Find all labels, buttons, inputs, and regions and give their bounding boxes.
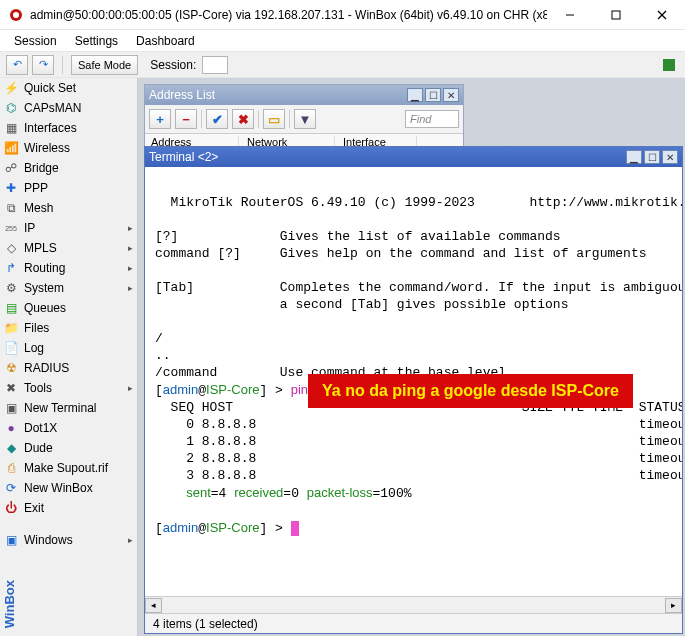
sidebar-item-label: Exit — [24, 501, 44, 515]
wireless-icon: 📶 — [4, 141, 18, 155]
terminal-status-bar: 4 items (1 selected) — [145, 613, 682, 633]
address-list-close-button[interactable]: ✕ — [443, 88, 459, 102]
window-title: admin@50:00:00:05:00:05 (ISP-Core) via 1… — [30, 8, 547, 22]
address-list-title: Address List — [149, 88, 215, 102]
session-combo[interactable] — [202, 56, 228, 74]
address-list-min-button[interactable]: ▁ — [407, 88, 423, 102]
app-icon — [8, 7, 24, 23]
address-list-titlebar[interactable]: Address List ▁ ☐ ✕ — [145, 85, 463, 105]
menubar: Session Settings Dashboard — [0, 30, 685, 52]
terminal-titlebar[interactable]: Terminal <2> ▁ ☐ ✕ — [145, 147, 682, 167]
sidebar-item-label: Interfaces — [24, 121, 77, 135]
main-toolbar: ↶ ↷ Safe Mode Session: — [0, 52, 685, 78]
log-icon: 📄 — [4, 341, 18, 355]
chevron-right-icon: ▸ — [128, 535, 133, 545]
workspace: ⚡Quick Set⌬CAPsMAN▦Interfaces📶Wireless☍B… — [0, 78, 685, 636]
terminal-min-button[interactable]: ▁ — [626, 150, 642, 164]
sidebar-item-label: MPLS — [24, 241, 57, 255]
sidebar-item-mesh[interactable]: ⧉Mesh — [0, 198, 137, 218]
sidebar-item-mpls[interactable]: ◇MPLS▸ — [0, 238, 137, 258]
bridge-icon: ☍ — [4, 161, 18, 175]
sidebar-item-routing[interactable]: ↱Routing▸ — [0, 258, 137, 278]
terminal-close-button[interactable]: ✕ — [662, 150, 678, 164]
sidebar-item-files[interactable]: 📁Files — [0, 318, 137, 338]
sidebar-item-dude[interactable]: ◆Dude — [0, 438, 137, 458]
sidebar-item-label: New WinBox — [24, 481, 93, 495]
sidebar-item-label: Bridge — [24, 161, 59, 175]
annotation-callout: Ya no da ping a google desde ISP-Core — [308, 374, 633, 408]
sidebar-item-make-supout-rif[interactable]: ⎙Make Supout.rif — [0, 458, 137, 478]
sidebar-item-dot1x[interactable]: ●Dot1X — [0, 418, 137, 438]
maximize-button[interactable] — [593, 0, 639, 30]
sidebar-item-label: Files — [24, 321, 49, 335]
quick-set-icon: ⚡ — [4, 81, 18, 95]
comment-button[interactable]: ▭ — [263, 109, 285, 129]
mpls-icon: ◇ — [4, 241, 18, 255]
disable-button[interactable]: ✖ — [232, 109, 254, 129]
sidebar-item-label: PPP — [24, 181, 48, 195]
close-button[interactable] — [639, 0, 685, 30]
filter-button[interactable]: ▼ — [294, 109, 316, 129]
sidebar-item-queues[interactable]: ▤Queues — [0, 298, 137, 318]
address-list-toolbar: + − ✔ ✖ ▭ ▼ Find — [145, 105, 463, 134]
menu-session[interactable]: Session — [6, 32, 65, 50]
chevron-right-icon: ▸ — [128, 383, 133, 393]
sidebar-item-bridge[interactable]: ☍Bridge — [0, 158, 137, 178]
terminal-title: Terminal <2> — [149, 150, 218, 164]
svg-rect-3 — [612, 11, 620, 19]
sidebar-item-radius[interactable]: ☢RADIUS — [0, 358, 137, 378]
make-supout-rif-icon: ⎙ — [4, 461, 18, 475]
sidebar-item-quick-set[interactable]: ⚡Quick Set — [0, 78, 137, 98]
sidebar-item-label: CAPsMAN — [24, 101, 81, 115]
address-list-max-button[interactable]: ☐ — [425, 88, 441, 102]
windows-icon: ▣ — [4, 533, 18, 547]
undo-button[interactable]: ↶ — [6, 55, 28, 75]
radius-icon: ☢ — [4, 361, 18, 375]
add-button[interactable]: + — [149, 109, 171, 129]
sidebar-item-label: IP — [24, 221, 35, 235]
terminal-h-scroll[interactable]: ◂ ▸ — [145, 596, 682, 613]
sidebar-item-label: Tools — [24, 381, 52, 395]
sidebar-item-new-winbox[interactable]: ⟳New WinBox — [0, 478, 137, 498]
remove-button[interactable]: − — [175, 109, 197, 129]
sidebar-item-tools[interactable]: ✖Tools▸ — [0, 378, 137, 398]
sidebar-item-exit[interactable]: ⏻Exit — [0, 498, 137, 518]
terminal-max-button[interactable]: ☐ — [644, 150, 660, 164]
interfaces-icon: ▦ — [4, 121, 18, 135]
redo-icon: ↷ — [39, 58, 48, 71]
capsman-icon: ⌬ — [4, 101, 18, 115]
sidebar-item-windows[interactable]: ▣Windows▸ — [0, 530, 137, 550]
sidebar-item-label: Wireless — [24, 141, 70, 155]
dot1x-icon: ● — [4, 421, 18, 435]
enable-button[interactable]: ✔ — [206, 109, 228, 129]
files-icon: 📁 — [4, 321, 18, 335]
sidebar-item-wireless[interactable]: 📶Wireless — [0, 138, 137, 158]
sidebar-item-capsman[interactable]: ⌬CAPsMAN — [0, 98, 137, 118]
chevron-right-icon: ▸ — [128, 223, 133, 233]
mesh-icon: ⧉ — [4, 201, 18, 215]
sidebar-item-system[interactable]: ⚙System▸ — [0, 278, 137, 298]
find-input[interactable]: Find — [405, 110, 459, 128]
ppp-icon: ✚ — [4, 181, 18, 195]
address-list-window: Address List ▁ ☐ ✕ + − ✔ ✖ ▭ ▼ Find Addr… — [144, 84, 464, 152]
ip-icon: 255 — [4, 221, 18, 235]
scroll-left-button[interactable]: ◂ — [145, 598, 162, 613]
sidebar-item-label: System — [24, 281, 64, 295]
sidebar-item-interfaces[interactable]: ▦Interfaces — [0, 118, 137, 138]
sidebar-item-log[interactable]: 📄Log — [0, 338, 137, 358]
sidebar-item-ppp[interactable]: ✚PPP — [0, 178, 137, 198]
chevron-right-icon: ▸ — [128, 283, 133, 293]
minimize-button[interactable] — [547, 0, 593, 30]
menu-dashboard[interactable]: Dashboard — [128, 32, 203, 50]
undo-icon: ↶ — [13, 58, 22, 71]
redo-button[interactable]: ↷ — [32, 55, 54, 75]
scroll-right-button[interactable]: ▸ — [665, 598, 682, 613]
safemode-button[interactable]: Safe Mode — [71, 55, 138, 75]
dude-icon: ◆ — [4, 441, 18, 455]
sidebar: ⚡Quick Set⌬CAPsMAN▦Interfaces📶Wireless☍B… — [0, 78, 138, 636]
sidebar-item-ip[interactable]: 255IP▸ — [0, 218, 137, 238]
sidebar-item-new-terminal[interactable]: ▣New Terminal — [0, 398, 137, 418]
new-terminal-icon: ▣ — [4, 401, 18, 415]
menu-settings[interactable]: Settings — [67, 32, 126, 50]
session-label: Session: — [150, 58, 196, 72]
